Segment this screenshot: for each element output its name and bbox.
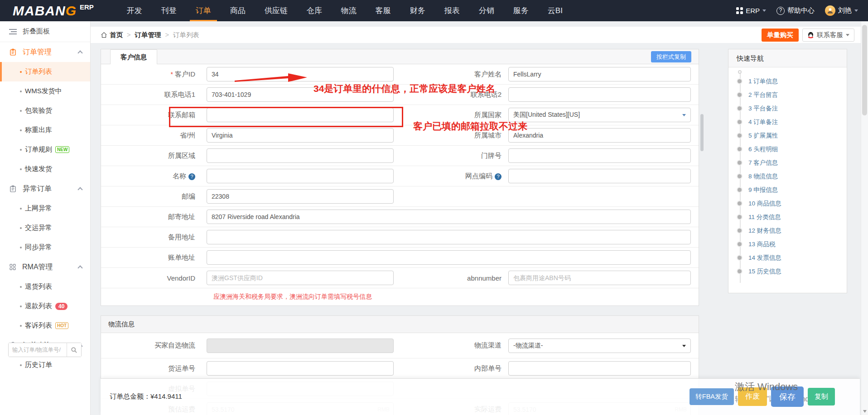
menu-item-reports[interactable]: 报表 xyxy=(435,0,469,21)
quick-nav-item-customer-info[interactable]: 7 客户信息 xyxy=(728,156,847,170)
order-search-input[interactable] xyxy=(9,343,67,357)
sidebar-item-refunds-list[interactable]: 退款列表40 xyxy=(0,296,90,316)
country-select[interactable]: 美国[United States][US] xyxy=(508,108,691,122)
quick-nav-title: 快速导航 xyxy=(728,49,847,67)
copy-button[interactable]: 复制 xyxy=(808,388,835,405)
customer-name-input[interactable] xyxy=(508,67,691,81)
name-input[interactable] xyxy=(207,169,394,183)
menu-item-service[interactable]: 客服 xyxy=(366,0,400,21)
sidebar-item-delivery-abnormal[interactable]: 交运异常 xyxy=(0,218,90,238)
abn-number-input[interactable] xyxy=(508,271,691,285)
state-input[interactable] xyxy=(207,128,394,143)
vendor-id-input[interactable] xyxy=(207,271,394,285)
menu-item-services[interactable]: 服务 xyxy=(504,0,538,21)
count-badge: 40 xyxy=(55,303,68,310)
chevron-down-icon xyxy=(854,10,858,12)
sidebar-item-label: 快速发货 xyxy=(25,165,52,173)
search-button[interactable] xyxy=(67,343,81,357)
menu-item-products[interactable]: 商品 xyxy=(221,0,255,21)
window-scrollbar-thumb[interactable] xyxy=(862,25,867,115)
to-fba-ship-button[interactable]: 转FBA发货 xyxy=(690,388,734,405)
grid-icon xyxy=(9,263,16,271)
sidebar-item-label: 称重出库 xyxy=(25,126,52,134)
quick-nav-item-category-info[interactable]: 11 分类信息 xyxy=(728,210,847,224)
quick-nav-item-finance-info[interactable]: 12 财务信息 xyxy=(728,224,847,238)
quick-nav-item-invoice-info[interactable]: 14 发票信息 xyxy=(728,251,847,265)
tab-customer-info[interactable]: 客户信息 xyxy=(110,49,157,64)
outlet-code-input[interactable] xyxy=(508,169,691,183)
menu-item-cloud-bi[interactable]: 云BI xyxy=(538,0,572,21)
mabang-logo[interactable]: MABANG ERP xyxy=(13,2,94,20)
sidebar-section-order-management[interactable]: 订单管理 xyxy=(0,42,90,62)
help-icon[interactable]: ? xyxy=(495,173,502,180)
menu-item-warehouse[interactable]: 仓库 xyxy=(297,0,332,21)
breadcrumb-order-management[interactable]: 订单管理 xyxy=(135,31,161,39)
quick-nav-item-order-note[interactable]: 4 订单备注 xyxy=(728,115,847,129)
menu-item-finance[interactable]: 财务 xyxy=(400,0,435,21)
sidebar-item-history-orders[interactable]: 历史订单 xyxy=(0,355,90,375)
order-volume-buy-button[interactable]: 单量购买 xyxy=(762,29,799,42)
quick-nav-item-first-leg[interactable]: 6 头程明细 xyxy=(728,143,847,156)
sidebar-item-quick-ship[interactable]: 快速发货 xyxy=(0,159,90,179)
freight-number-input[interactable] xyxy=(207,361,394,376)
user-menu[interactable]: 刘艳 xyxy=(825,5,858,16)
quick-nav-panel: 快速导航 1 订单信息 2 平台留言 3 平台备注 4 订单备注 5 扩展属性 … xyxy=(728,49,847,293)
sidebar-item-packing-check[interactable]: 包装验货 xyxy=(0,101,90,120)
house-number-input[interactable] xyxy=(508,148,691,163)
window-scrollbar[interactable] xyxy=(861,21,868,415)
collapse-panel-toggle[interactable]: 折叠面板 xyxy=(0,21,90,42)
quick-nav-item-product-info[interactable]: 10 商品信息 xyxy=(728,197,847,210)
quick-nav-item-order-info[interactable]: 1 订单信息 xyxy=(728,75,847,88)
quick-nav-item-declaration-info[interactable]: 9 申报信息 xyxy=(728,183,847,197)
logistics-channel-select[interactable]: -物流渠道- xyxy=(508,339,691,353)
quick-nav-item-product-tax[interactable]: 13 商品税 xyxy=(728,238,847,251)
menu-item-orders[interactable]: 订单 xyxy=(186,0,221,21)
quick-nav-list: 1 订单信息 2 平台留言 3 平台备注 4 订单备注 5 扩展属性 6 头程明… xyxy=(728,67,847,278)
sidebar-item-sync-abnormal[interactable]: 同步异常 xyxy=(0,238,90,257)
sidebar-section-abnormal-orders[interactable]: 异常订单 xyxy=(0,179,90,199)
mail-address-input[interactable] xyxy=(207,210,691,224)
sidebar-item-order-list[interactable]: 订单列表 xyxy=(0,62,90,81)
quick-nav-item-history-info[interactable]: 15 历史信息 xyxy=(728,265,847,278)
field-label: 买家自选物流 xyxy=(101,341,195,350)
phone2-input[interactable] xyxy=(508,87,691,102)
city-input[interactable] xyxy=(508,128,691,143)
sidebar-item-weigh-outbound[interactable]: 称重出库 xyxy=(0,120,90,140)
form-row: 邮编 xyxy=(101,186,699,207)
menu-item-logistics[interactable]: 物流 xyxy=(332,0,366,21)
quick-nav-item-logistics-info[interactable]: 8 物流信息 xyxy=(728,170,847,183)
sidebar-item-online-abnormal[interactable]: 上网异常 xyxy=(0,199,90,218)
quick-nav-item-platform-message[interactable]: 2 平台留言 xyxy=(728,88,847,102)
sidebar-item-order-rules[interactable]: 订单规则NEW xyxy=(0,140,90,159)
menu-item-listing[interactable]: 刊登 xyxy=(152,0,186,21)
form-row: 备用地址 xyxy=(101,227,699,248)
internal-number-input[interactable] xyxy=(508,361,691,376)
help-icon[interactable]: ? xyxy=(188,173,195,180)
menu-item-supply-chain[interactable]: 供应链 xyxy=(255,0,297,21)
clipboard-icon xyxy=(9,185,17,193)
breadcrumb-home[interactable]: 首页 xyxy=(101,31,123,39)
zip-input[interactable] xyxy=(207,189,394,204)
section-title: RMA管理 xyxy=(22,262,53,272)
district-input[interactable] xyxy=(207,148,394,163)
erp-apps-switcher[interactable]: ERP xyxy=(736,7,766,14)
contact-support-button[interactable]: 联系客服 xyxy=(802,29,854,42)
sidebar-item-wms-shipping[interactable]: WMS发货中 xyxy=(0,81,90,101)
sidebar-item-returns-list[interactable]: 退货列表 xyxy=(0,277,90,296)
alt-address-input[interactable] xyxy=(207,230,691,244)
panel-scrollbar-thumb[interactable] xyxy=(700,114,704,151)
column-copy-button[interactable]: 按栏式复制 xyxy=(651,51,691,62)
help-center[interactable]: ? 帮助中心 xyxy=(776,6,815,15)
timeline-dot xyxy=(738,106,742,110)
scroll-down-arrow-icon[interactable] xyxy=(863,410,867,413)
annotation-note-email: 客户已填的邮箱拉取不过来 xyxy=(413,120,527,133)
menu-item-distribution[interactable]: 分销 xyxy=(469,0,504,21)
menu-item-develop[interactable]: 开发 xyxy=(117,0,152,21)
billing-address-input[interactable] xyxy=(207,250,691,265)
annotation-note-customer-id: 34是订单里的什信息，正常应该是客户姓名 xyxy=(313,82,495,95)
sidebar-item-complaints-list[interactable]: 客诉列表HOT xyxy=(0,316,90,335)
quick-nav-item-platform-note[interactable]: 3 平台备注 xyxy=(728,102,847,115)
sidebar-section-rma[interactable]: RMA管理 xyxy=(0,257,90,277)
sidebar-item-label: 包装验货 xyxy=(25,106,52,115)
quick-nav-item-extended-attrs[interactable]: 5 扩展属性 xyxy=(728,129,847,143)
